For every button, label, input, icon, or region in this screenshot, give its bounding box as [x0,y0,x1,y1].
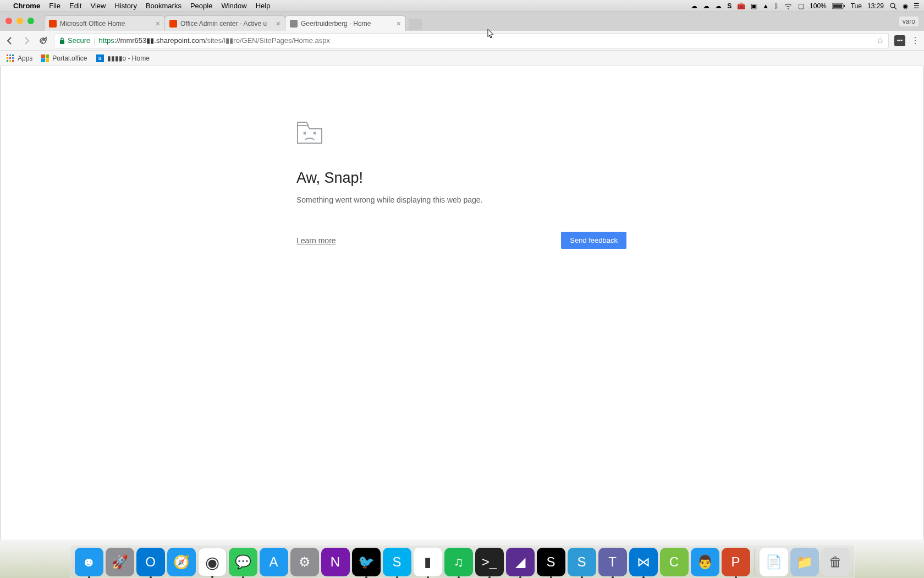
battery-icon[interactable] [832,3,845,9]
window-controls [6,18,34,24]
svg-rect-5 [60,40,64,44]
macos-dock: ☻🚀O🧭◉💬A⚙N🐦S▮♫>_◢SST⋈C👨P📄📁🗑 [70,545,855,578]
spotlight-icon[interactable] [889,2,897,10]
tab-close-icon[interactable]: × [156,19,160,28]
dock-folder-icon[interactable]: 📁 [790,548,819,576]
cloud-icon[interactable]: ☁︎ [691,2,697,10]
dock-spotify-icon[interactable]: ♫ [444,548,473,576]
dock-skype-icon[interactable]: S [383,548,411,576]
sharepoint-icon: S [96,54,104,62]
chrome-menu-icon[interactable]: ⋮ [911,35,920,46]
chrome-tab-strip: Microsoft Office Home × Office Admin cen… [0,12,924,31]
tab-list: Microsoft Office Home × Office Admin cen… [44,12,422,31]
tab-close-icon[interactable]: × [276,19,280,28]
dock-onenote-icon[interactable]: N [321,548,350,576]
dock-chrome-icon[interactable]: ◉ [198,548,227,576]
tab-geertruiderberg[interactable]: Geertruiderberg - Home × [285,15,406,31]
notification-center-icon[interactable]: ☰ [914,2,920,10]
bookmark-label: Apps [18,54,32,62]
bookmarks-bar: Apps Portal.office S ▮▮▮▮o - Home [0,51,924,66]
dock-launchpad-icon[interactable]: 🚀 [106,548,134,576]
send-feedback-button[interactable]: Send feedback [561,232,626,249]
battery-percent: 100% [810,2,827,10]
dock-messages-icon[interactable]: 💬 [229,548,257,576]
evernote-icon[interactable]: ▣ [751,2,757,10]
cloud-icon-3[interactable]: ☁︎ [715,2,722,10]
back-button[interactable] [4,35,15,46]
learn-more-link[interactable]: Learn more [296,236,336,245]
wifi-icon[interactable] [784,3,793,9]
extension-icon[interactable]: ••• [894,35,905,46]
dock-safari-icon[interactable]: 🧭 [167,548,196,576]
airplay-icon[interactable]: ▢ [798,2,804,10]
dock-snagit-icon[interactable]: S [568,548,596,576]
cloud-icon-2[interactable]: ☁︎ [703,2,710,10]
tab-admin-center[interactable]: Office Admin center - Active u × [164,15,285,31]
reload-button[interactable] [37,35,48,46]
dock-powerpoint-icon[interactable]: P [722,548,750,576]
bookmark-apps[interactable]: Apps [7,54,32,62]
dock-sonos-icon[interactable]: S [537,548,565,576]
tab-title: Microsoft Office Home [60,20,152,28]
menu-file[interactable]: File [49,2,61,10]
tab-title: Office Admin center - Active u [180,20,273,28]
menu-help[interactable]: Help [256,2,271,10]
dock-parallels-icon[interactable]: ▮ [414,548,442,576]
tab-close-icon[interactable]: × [397,19,401,28]
chrome-profile-chip[interactable]: varo [899,17,919,26]
dock-camtasia-icon[interactable]: C [660,548,689,576]
bookmark-portal-office[interactable]: Portal.office [41,54,87,62]
lock-icon [59,37,65,45]
bookmark-sharepoint-home[interactable]: S ▮▮▮▮o - Home [96,54,150,62]
dock-trash-icon[interactable]: 🗑 [821,548,850,576]
dock-outlook-icon[interactable]: O [136,548,165,576]
new-tab-button[interactable] [409,19,422,30]
bookmark-label: ▮▮▮▮o - Home [107,54,150,62]
toolbox-icon[interactable]: 🧰 [737,2,745,10]
menu-edit[interactable]: Edit [69,2,81,10]
window-minimize-button[interactable] [16,18,23,24]
window-maximize-button[interactable] [28,18,34,24]
svg-point-3 [890,3,895,8]
bookmark-star-icon[interactable]: ☆ [876,35,884,46]
menubar-day[interactable]: Tue [851,2,862,10]
error-title: Aw, Snap! [296,170,626,187]
office-favicon-icon [49,20,57,28]
menu-history[interactable]: History [114,2,136,10]
secure-indicator[interactable]: Secure [59,36,90,45]
s-status-icon[interactable]: S [727,2,732,10]
dock-document-icon[interactable]: 📄 [760,548,788,576]
tab-title: Geertruiderberg - Home [301,20,393,28]
tab-office-home[interactable]: Microsoft Office Home × [44,15,165,31]
menu-view[interactable]: View [90,2,106,10]
dock-twitter-icon[interactable]: 🐦 [352,548,381,576]
active-app-name[interactable]: Chrome [13,2,40,10]
bluetooth-icon[interactable]: ᛒ [774,2,778,10]
menu-people[interactable]: People [190,2,212,10]
menu-window[interactable]: Window [221,2,246,10]
svg-rect-1 [844,5,845,7]
svg-line-4 [894,7,897,9]
siri-icon[interactable]: ◉ [903,2,908,10]
dock-settings-icon[interactable]: ⚙ [290,548,319,576]
apps-grid-icon [7,54,14,62]
bookmark-label: Portal.office [52,54,87,62]
dock-franz-icon[interactable]: 👨 [691,548,719,576]
dock-appstore-icon[interactable]: A [260,548,288,576]
forward-button[interactable] [21,35,32,46]
menubar-time[interactable]: 13:29 [867,2,884,10]
window-close-button[interactable] [6,18,12,24]
dock-separator [755,549,755,575]
dock-terminal-icon[interactable]: >_ [475,548,504,576]
dock-finder-icon[interactable]: ☻ [75,548,103,576]
address-bar[interactable]: Secure | https://mmr653▮▮.sharepoint.com… [54,33,889,48]
macos-menubar: Chrome File Edit View History Bookmarks … [0,0,924,12]
sad-favicon-icon [290,20,298,28]
menu-bookmarks[interactable]: Bookmarks [146,2,182,10]
page-content: Aw, Snap! Something went wrong while dis… [0,66,924,539]
dock-visualstudio-icon[interactable]: ◢ [506,548,535,576]
triangle-icon[interactable]: ▲ [762,2,769,10]
dock-teams-icon[interactable]: T [598,548,627,576]
dock-vscode-icon[interactable]: ⋈ [629,548,658,576]
sad-folder-icon [296,121,626,146]
